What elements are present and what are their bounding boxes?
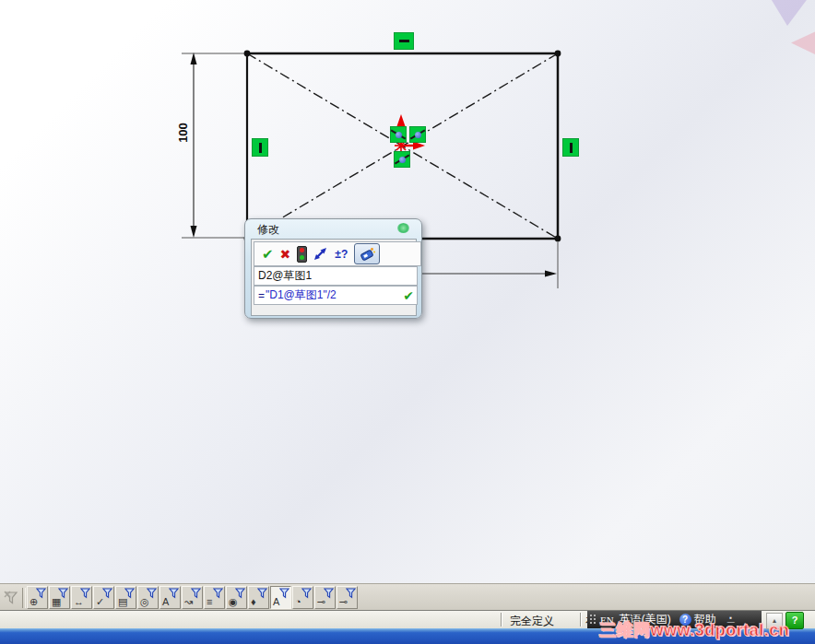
coincident-constraint-badge[interactable]: [394, 151, 410, 168]
vertical-constraint-icon: [570, 143, 573, 153]
vertex-top-left[interactable]: [244, 51, 251, 57]
clear-all-filters-button[interactable]: [1, 588, 21, 608]
sketch-viewport[interactable]: 100 修改 ✔ ✖ ±?: [0, 0, 815, 583]
toolbar-filter-surface-finish-button[interactable]: ◉: [226, 586, 247, 609]
toolbar-filter-notes-button[interactable]: A: [270, 586, 291, 609]
dimension-value-100[interactable]: 100: [176, 117, 202, 148]
toolbar-filter-balloons-button[interactable]: ◔: [292, 586, 313, 609]
filter-funnel-icon: [191, 588, 201, 599]
filter-funnel-icon: [124, 588, 135, 599]
selection-filter-toolbar: ⊕▦↔✓▤◎A↝≡◉♦A◔⊸⊸: [0, 583, 815, 611]
filter-funnel-icon: [147, 588, 157, 599]
filter-funnel-icon: [257, 588, 267, 599]
green-light-icon: [300, 255, 304, 260]
statusbar-separator: [501, 613, 502, 626]
dim-arrow-up: [191, 53, 197, 64]
modify-dialog[interactable]: 修改 ✔ ✖ ±?: [244, 218, 422, 319]
dim-arrow-down: [191, 226, 197, 238]
filter-funnel-icon: [58, 588, 68, 599]
point-icon: [396, 132, 402, 138]
disabled-funnel-icon: [3, 590, 19, 606]
filter-funnel-icon: [279, 588, 289, 599]
spin-arrow-button[interactable]: [313, 247, 328, 261]
filter-balloons-icon: ◔: [295, 597, 301, 607]
toolbar-filter-datum-targets-button[interactable]: ◎: [137, 586, 159, 609]
coincident-constraint-badge[interactable]: [390, 126, 407, 143]
filter-buttons-group: ⊕▦↔✓▤◎A↝≡◉♦A◔⊸⊸: [27, 586, 359, 609]
point-icon: [415, 132, 421, 138]
red-light-icon: [300, 248, 304, 252]
dimension-name-field[interactable]: D2@草图1: [254, 266, 418, 286]
dialog-glow-dot: [397, 223, 409, 233]
toolbar-filter-leaders-button[interactable]: ↝: [182, 586, 203, 609]
measure-icon: [359, 247, 376, 262]
filter-funnel-icon: [102, 588, 112, 599]
vertical-constraint-badge-left[interactable]: [252, 138, 268, 157]
toolbar-filter-connection-points-button[interactable]: ⊸: [314, 586, 336, 609]
accept-button[interactable]: ✔: [262, 247, 274, 261]
expression-equals: =: [258, 289, 265, 302]
coincident-constraint-badge[interactable]: [409, 126, 426, 143]
site-watermark: 三维网www.3dportal.cn: [599, 619, 789, 641]
vertical-constraint-icon: [259, 143, 262, 153]
toolbar-filter-datums-button[interactable]: A: [159, 586, 181, 609]
filter-funnel-icon: [301, 588, 312, 599]
horizontal-constraint-icon: [399, 40, 409, 42]
filter-dowel-pins-icon: ♦: [251, 597, 256, 607]
toolbar-filter-dowel-pins-button[interactable]: ♦: [248, 586, 269, 609]
filter-funnel-icon: [324, 588, 334, 599]
toolbar-filter-hatch-button[interactable]: ≡: [204, 586, 225, 609]
dim-arrow-right: [545, 271, 557, 277]
solidworks-window: 100 修改 ✔ ✖ ±?: [0, 0, 815, 644]
dialog-body: ✔ ✖ ±?: [251, 239, 417, 316]
filter-funnel-icon: [235, 588, 245, 599]
expression-valid-icon: ✔: [403, 288, 414, 303]
langbar-grip-handle[interactable]: [589, 614, 597, 626]
toolbar-filter-dimensions-button[interactable]: ▤: [115, 586, 136, 609]
horizontal-constraint-badge[interactable]: [394, 32, 414, 50]
fully-defined-status: 完全定义: [510, 614, 554, 629]
dialog-toolbar: ✔ ✖ ±?: [254, 241, 421, 266]
expression-value: "D1@草图1"/2: [266, 287, 337, 303]
filter-funnel-icon: [36, 588, 46, 599]
statusbar-separator: [580, 613, 582, 626]
dimension-expression-field[interactable]: = "D1@草图1"/2 ✔: [254, 286, 418, 305]
dialog-title: 修改: [257, 222, 279, 238]
measure-toggle-button-pressed[interactable]: [354, 243, 380, 264]
toolbar-filter-vertices-button[interactable]: ✓: [93, 586, 114, 609]
vertex-bottom-right[interactable]: [555, 236, 561, 242]
toolbar-filter-center-marks-button[interactable]: ⊕: [27, 586, 48, 609]
filter-funnel-icon: [346, 588, 356, 599]
toolbar-filter-blocks-button[interactable]: ▦: [49, 586, 70, 609]
filter-hatch-icon: ≡: [207, 597, 212, 607]
cancel-button[interactable]: ✖: [280, 248, 291, 261]
toolbar-filter-edges-button[interactable]: ↔: [71, 586, 92, 609]
rebuild-traffic-light-button[interactable]: [297, 246, 307, 263]
origin-arrow-up: [397, 114, 406, 126]
dimension-name-value: D2@草图1: [258, 268, 312, 284]
filter-funnel-icon: [80, 588, 90, 599]
vertical-constraint-badge-right[interactable]: [562, 138, 579, 157]
point-icon: [399, 157, 406, 163]
vertex-top-right[interactable]: [555, 51, 561, 57]
tolerance-button[interactable]: ±?: [335, 248, 348, 261]
filter-funnel-icon: [213, 588, 223, 599]
toolbar-separator: [22, 588, 26, 608]
toolbar-filter-routing-points-button[interactable]: ⊸: [337, 586, 358, 609]
filter-funnel-icon: [169, 588, 179, 599]
